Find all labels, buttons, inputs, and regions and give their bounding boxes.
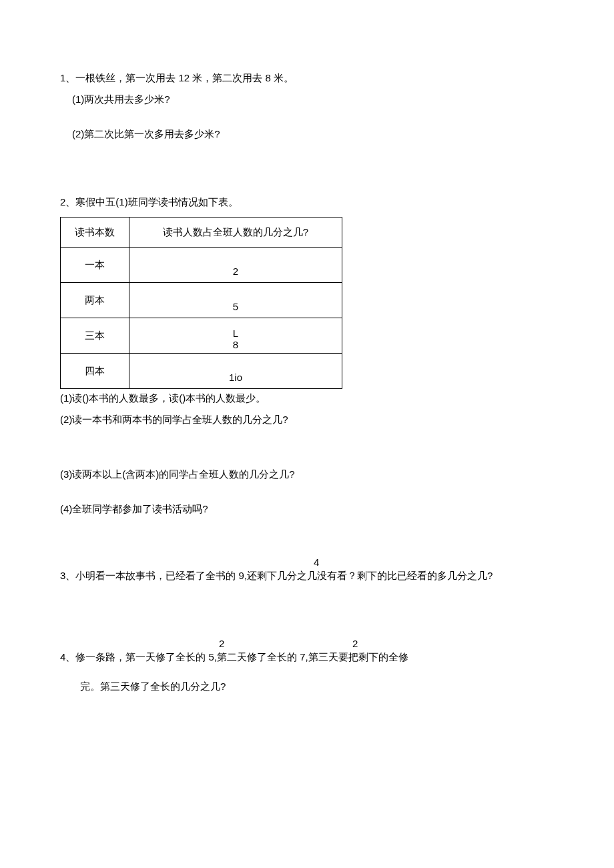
cell-frac-3-bot: 8: [130, 339, 341, 350]
q2-sub2: (2)读一本书和两本书的同学占全班人数的几分之几?: [60, 412, 554, 428]
spacer: [60, 147, 554, 194]
table-row: 四本 1io: [61, 354, 342, 389]
q1-sub1: (1)两次共用去多少米?: [60, 91, 554, 107]
cell-frac-3: L 8: [129, 318, 342, 354]
q2-sub4: (4)全班同学都参加了读书活动吗?: [60, 501, 554, 517]
cell-books-3: 三本: [61, 318, 129, 354]
spacer: [60, 113, 554, 126]
q4-stem: 4、修一条路，第一天修了全长的 5,第二天修了全长的 7,第三天要把剩下的全修: [60, 651, 408, 663]
q3-line: 4 3、小明看一本故事书，已经看了全书的 9,还剩下几分之几没有看？剩下的比已经…: [60, 568, 554, 584]
q4-line: 2 2 4、修一条路，第一天修了全长的 5,第二天修了全长的 7,第三天要把剩下…: [60, 649, 554, 665]
q4-numerator-1: 2: [219, 636, 224, 652]
q1-stem: 1、一根铁丝，第一次用去 12 米，第二次用去 8 米。: [60, 70, 554, 86]
table-row: 一本 2: [61, 248, 342, 283]
q3-stem: 3、小明看一本故事书，已经看了全书的 9,还剩下几分之几没有看？剩下的比已经看的…: [60, 570, 493, 581]
table-row: 三本 L 8: [61, 318, 342, 354]
q4-tail: 完。第三天修了全长的几分之几?: [60, 679, 554, 695]
cell-frac-2: 5: [129, 283, 342, 318]
cell-books-4: 四本: [61, 354, 129, 389]
cell-frac-1: 2: [129, 248, 342, 283]
document-page: 1、一根铁丝，第一次用去 12 米，第二次用去 8 米。 (1)两次共用去多少米…: [0, 0, 614, 735]
spacer: [60, 488, 554, 501]
q2-table: 读书本数 读书人数占全班人数的几分之几? 一本 2 两本 5 三本 L 8 四本…: [60, 217, 342, 389]
cell-books-1: 一本: [61, 248, 129, 283]
cell-books-2: 两本: [61, 283, 129, 318]
q2-stem: 2、寒假中五(1)班同学读书情况如下表。: [60, 194, 554, 210]
spacer: [60, 630, 554, 637]
th-fraction: 读书人数占全班人数的几分之几?: [129, 218, 342, 248]
q4-numerator-2: 2: [352, 636, 358, 652]
q3-numerator: 4: [314, 554, 319, 570]
cell-frac-4: 1io: [129, 354, 342, 389]
spacer: [60, 665, 554, 679]
spacer: [60, 433, 554, 466]
spacer: [60, 584, 554, 630]
th-books: 读书本数: [61, 218, 129, 248]
q1-sub2: (2)第二次比第一次多用去多少米?: [60, 126, 554, 142]
table-row: 两本 5: [61, 283, 342, 318]
q2-sub3: (3)读两本以上(含两本)的同学占全班人数的几分之几?: [60, 466, 554, 482]
cell-frac-3-top: L: [130, 328, 341, 339]
spacer: [60, 522, 554, 556]
table-header-row: 读书本数 读书人数占全班人数的几分之几?: [61, 218, 342, 248]
q2-sub1: (1)读()本书的人数最多，读()本书的人数最少。: [60, 390, 554, 406]
